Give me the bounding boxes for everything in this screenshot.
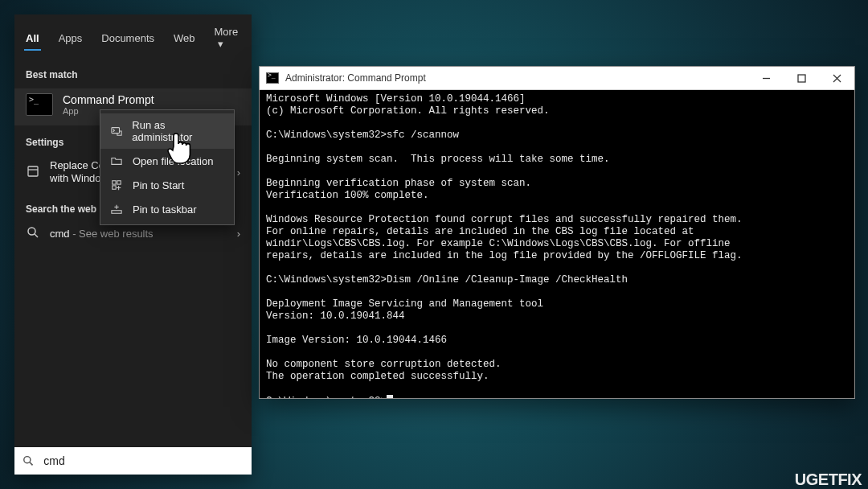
svg-rect-9 [113, 186, 116, 189]
terminal-output[interactable]: Microsoft Windows [Version 10.0.19044.14… [260, 90, 854, 398]
menu-item-label: Pin to Start [133, 179, 184, 191]
pin-start-icon [110, 179, 123, 191]
chevron-right-icon: › [237, 166, 240, 179]
tab-web[interactable]: Web [166, 26, 203, 52]
menu-pin-to-taskbar[interactable]: Pin to taskbar [100, 197, 234, 221]
settings-icon [26, 165, 40, 180]
menu-open-file-location[interactable]: Open file location [100, 149, 234, 173]
svg-point-2 [28, 228, 35, 235]
svg-rect-0 [28, 166, 38, 176]
search-icon [23, 454, 34, 467]
tab-apps[interactable]: Apps [51, 26, 91, 52]
web-result-query: cmd [50, 228, 70, 240]
window-titlebar[interactable]: Administrator: Command Prompt [260, 67, 854, 90]
svg-line-5 [30, 462, 33, 466]
watermark: UGETFIX [795, 471, 862, 489]
best-match-header: Best match [14, 58, 252, 88]
menu-item-label: Run as administrator [132, 119, 224, 143]
maximize-button[interactable] [784, 67, 819, 89]
start-menu-panel: All Apps Documents Web More ▾ Best match… [14, 14, 252, 475]
pin-taskbar-icon [110, 203, 123, 216]
web-result-suffix: - See web results [70, 228, 154, 240]
tab-documents[interactable]: Documents [93, 26, 162, 52]
search-bar[interactable] [14, 447, 252, 475]
shield-admin-icon [110, 125, 122, 138]
context-menu: Run as administrator Open file location … [100, 109, 235, 225]
folder-icon [110, 154, 123, 167]
close-button[interactable] [819, 67, 854, 89]
chevron-right-icon: › [237, 228, 240, 240]
svg-rect-12 [112, 211, 121, 214]
menu-pin-to-start[interactable]: Pin to Start [100, 173, 234, 197]
svg-rect-6 [112, 128, 120, 134]
svg-rect-8 [117, 181, 121, 184]
chevron-down-icon: ▾ [218, 38, 223, 50]
start-menu-tabs: All Apps Documents Web More ▾ [14, 14, 252, 58]
best-match-title: Command Prompt [63, 93, 154, 106]
tab-all[interactable]: All [18, 26, 47, 52]
menu-item-label: Open file location [133, 155, 213, 167]
svg-point-4 [24, 457, 31, 463]
svg-rect-7 [113, 181, 116, 184]
window-title: Administrator: Command Prompt [285, 72, 426, 84]
menu-run-as-administrator[interactable]: Run as administrator [100, 113, 234, 149]
command-prompt-icon [266, 72, 279, 84]
search-icon [26, 226, 40, 241]
svg-line-3 [35, 234, 38, 237]
tab-more-label: More [215, 26, 239, 38]
tab-more[interactable]: More ▾ [207, 19, 248, 58]
command-prompt-window: Administrator: Command Prompt Microsoft … [259, 66, 855, 399]
minimize-button[interactable] [748, 67, 784, 89]
svg-rect-16 [798, 75, 805, 82]
search-input[interactable] [42, 454, 244, 468]
menu-item-label: Pin to taskbar [133, 203, 197, 216]
command-prompt-icon [26, 93, 53, 116]
